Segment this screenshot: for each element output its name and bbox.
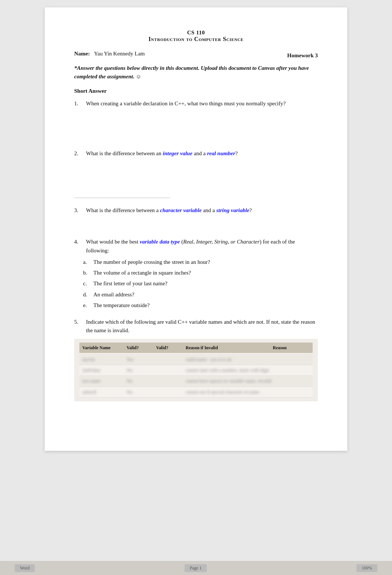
q4-number: 4. (74, 238, 83, 246)
q4-highlight1: variable data type (140, 239, 180, 245)
q4a: a. The number of people crossing the str… (83, 258, 318, 266)
q3-number: 3. (74, 206, 83, 215)
row2-col3 (156, 367, 186, 374)
q5-table: Variable Name Valid? Valid? Reason if In… (74, 339, 318, 401)
instructions-text: *Answer the questions below directly in … (74, 64, 318, 81)
row1-col4: valid name - yes it is ok (186, 356, 273, 363)
q4e: e. The temperature outside? (83, 301, 318, 310)
q1-text: When creating a variable declaration in … (86, 99, 318, 108)
section-label: Short Answer (74, 88, 318, 94)
course-code: CS 110 (74, 30, 318, 36)
q3-text-middle: and a (202, 207, 216, 213)
row4-col4: cannot use $ special character in name (186, 388, 273, 396)
row4-col5 (273, 388, 310, 396)
row4-col3 (156, 388, 186, 396)
col5-header: Reason (273, 344, 310, 351)
q4c: c. The first letter of your last name? (83, 279, 318, 288)
q2-text-after: ? (235, 150, 238, 156)
q5-text: Indicate which of the following are vali… (86, 318, 318, 335)
q4-text-middle: ( (180, 239, 183, 245)
q4c-text: The first letter of your last name? (93, 279, 168, 288)
question-4: 4. What would be the best variable data … (74, 238, 318, 310)
q4b: b. The volume of a rectangle in square i… (83, 269, 318, 277)
q2-number: 2. (74, 149, 83, 158)
row3-col3 (156, 377, 186, 385)
col3-header: Valid? (156, 344, 186, 351)
q4d: d. An email address? (83, 290, 318, 299)
q4-text: What would be the best variable data typ… (86, 238, 318, 255)
q4b-text: The volume of a rectangle in square inch… (93, 269, 191, 277)
q4a-text: The number of people crossing the street… (93, 258, 210, 266)
q2-highlight2: real number (207, 150, 235, 156)
document-page: CS 110 Introduction to Computer Science … (45, 7, 347, 451)
row2-col4: cannot start with a number, starts with … (186, 367, 273, 374)
q4e-letter: e. (83, 301, 90, 310)
question-2: 2. What is the difference between an int… (74, 149, 318, 198)
row2-col1: 2ndValue (82, 367, 127, 374)
q4d-text: An email address? (93, 290, 134, 299)
question-5: 5. Indicate which of the following are v… (74, 318, 318, 401)
q4-sub-questions: a. The number of people crossing the str… (83, 258, 318, 310)
row1-col5 (273, 356, 310, 363)
q3-text-after: ? (250, 207, 252, 213)
q4e-text: The temperature outside? (93, 301, 149, 310)
question-1: 1. When creating a variable declaration … (74, 99, 318, 141)
q4d-letter: d. (83, 290, 90, 299)
name-value: Yau Yin Kennedy Lam (94, 51, 145, 57)
name-label: Name: (74, 51, 90, 57)
q4-text-before: What would be the best (86, 239, 140, 245)
q2-text-before: What is the difference between an (86, 150, 163, 156)
row2-col2: No (127, 367, 156, 374)
q3-highlight1: character variable (160, 207, 202, 213)
row3-col2: No (127, 377, 156, 385)
table-header-row: Variable Name Valid? Valid? Reason if In… (79, 343, 313, 353)
row3-col1: last name (82, 377, 127, 385)
row4-col2: No (127, 388, 156, 396)
q3-text-before: What is the difference between a (86, 207, 160, 213)
col2-header: Valid? (127, 344, 156, 351)
q4c-letter: c. (83, 279, 90, 288)
q4a-letter: a. (83, 258, 90, 266)
table-row: salary$ No cannot use $ special characte… (79, 387, 313, 398)
q1-number: 1. (74, 99, 83, 108)
row1-col3 (156, 356, 186, 363)
row4-col1: salary$ (82, 388, 127, 396)
row1-col1: myVar (82, 356, 127, 363)
row3-col5 (273, 377, 310, 385)
q4-highlight-detail: Real, Integer, String, or Character (183, 239, 259, 245)
q4b-letter: b. (83, 269, 90, 277)
question-3: 3. What is the difference between a char… (74, 206, 318, 229)
col4-header: Reason if Invalid (186, 344, 273, 351)
q2-highlight1: integer value (163, 150, 192, 156)
col1-header: Variable Name (82, 344, 127, 351)
course-title: Introduction to Computer Science (74, 36, 318, 42)
table-row: 2ndValue No cannot start with a number, … (79, 365, 313, 376)
q2-text: What is the difference between an intege… (86, 149, 318, 158)
row3-col4: cannot have spaces in variable name, inv… (186, 377, 273, 385)
q2-text-middle: and a (192, 150, 207, 156)
q2-answer-line (74, 198, 170, 198)
table-row: myVar Yes valid name - yes it is ok (79, 354, 313, 365)
q3-highlight2: string variable (216, 207, 250, 213)
q3-text: What is the difference between a charact… (86, 206, 318, 215)
q5-number: 5. (74, 318, 83, 326)
row2-col5 (273, 367, 310, 374)
document-header: CS 110 Introduction to Computer Science (74, 30, 318, 42)
row1-col2: Yes (127, 356, 156, 363)
table-row: last name No cannot have spaces in varia… (79, 376, 313, 387)
